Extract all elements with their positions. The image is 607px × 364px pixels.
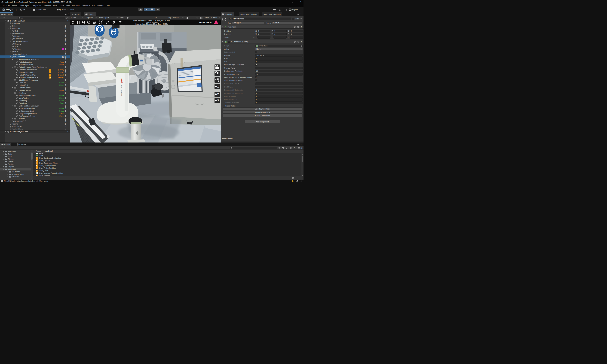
- svg-text:?: ?: [294, 26, 295, 28]
- svg-text:?: ?: [294, 41, 295, 42]
- svg-text:FANUC: FANUC: [121, 78, 123, 83]
